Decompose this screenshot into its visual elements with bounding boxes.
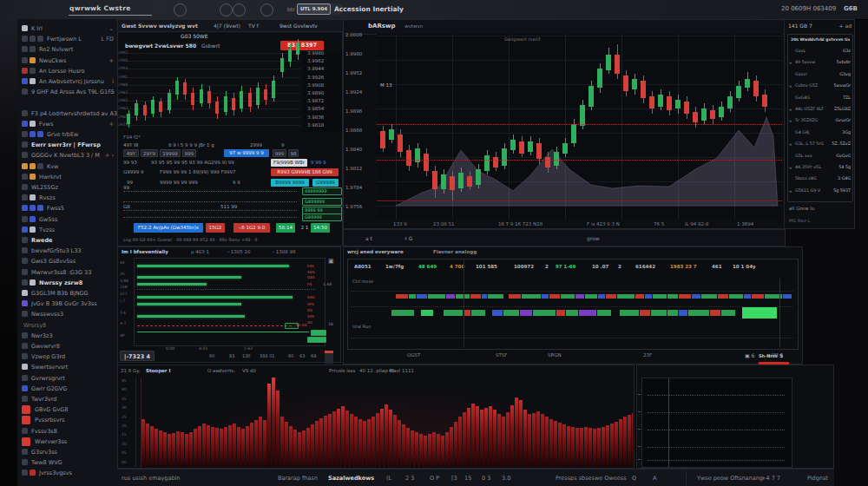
sidebar-item-extra[interactable]: + (109, 121, 114, 128)
sidebar-item[interactable]: Grve trbEw (17, 130, 117, 140)
order-button[interactable]: 19999 (160, 149, 181, 157)
chart-tool-center[interactable]: grow (587, 235, 600, 241)
sidebar-item[interactable]: Fvws+ (17, 120, 117, 129)
sidebar-item-extra[interactable]: + › (105, 152, 114, 159)
sidebar-item-extra[interactable]: L FD (102, 36, 114, 43)
order-button[interactable]: 999 (273, 149, 286, 157)
status-item[interactable]: O P (430, 475, 439, 482)
status-item[interactable]: Bararap fhasn (278, 475, 318, 482)
stats-row[interactable]: ◂G5811 G9 V5g 5937 (789, 187, 852, 198)
app-brand[interactable]: qwrwwk Cwstre (69, 4, 131, 12)
stats-row[interactable]: GvvLG3z (789, 48, 852, 58)
sidebar-item[interactable]: Vzwep G3rd (17, 352, 117, 362)
toolbar-item[interactable]: 4|7 (9vwt) (214, 23, 240, 29)
link-icon[interactable] (233, 3, 246, 16)
status-item[interactable]: Ywse peow Oftsnanang (697, 475, 763, 482)
status-item[interactable]: Q (632, 475, 636, 482)
sidebar-item[interactable]: Fwrtjwswn LL FD (17, 35, 117, 44)
sidebar-item[interactable] (17, 98, 117, 108)
status-item[interactable]: +4 7 7 (761, 475, 780, 482)
trade-action-button[interactable]: 58:14 (276, 223, 295, 233)
stats-row[interactable]: GvzvrG3vg (789, 71, 852, 82)
refresh-icon[interactable] (174, 3, 187, 16)
sidebar-item[interactable]: Mwrwvr3ss8 :G3G 33 (17, 268, 117, 278)
status-item[interactable]: A (653, 475, 656, 482)
sidebar-item[interactable]: F3 p4 Lodrtwrvshrdwtsd av A3rwrvw(3L3 (17, 109, 117, 119)
status-item[interactable]: Pidgnst (807, 475, 828, 482)
toolbar-item[interactable]: 9wst Gvvlwvtv (279, 23, 318, 29)
status-item[interactable]: 2 3 (405, 475, 414, 482)
sidebar-item-extra[interactable]: ⌄ (109, 89, 114, 95)
status-item[interactable]: [3 (451, 475, 457, 482)
sidebar-item[interactable]: K Irl⌄ (17, 24, 117, 34)
sidebar-item[interactable]: GGGGv K NvwtbL3 3 / M+ › (17, 151, 117, 161)
sidebar-item[interactable]: JvGv B 39B GvGr 3v3ss (17, 299, 117, 309)
order-button[interactable]: G99999 (312, 179, 339, 187)
sidebar-item[interactable]: Rvszs (17, 194, 117, 203)
sidebar-item[interactable]: GBvG GvG8 (17, 405, 117, 415)
sidebar-item[interactable]: Tww8 WVG (17, 458, 117, 468)
account-label[interactable]: G6B (844, 5, 858, 12)
sidebar-item[interactable]: Gws3 Gs8vv5ss (17, 257, 117, 266)
sidebar-item[interactable]: Nwsswvss3 (17, 310, 117, 319)
order-button[interactable]: 49Y (123, 149, 139, 157)
status-item[interactable]: 15 (464, 475, 471, 482)
sidebar-item[interactable]: Hwrkrvt (17, 173, 117, 182)
sidebar-item[interactable]: Gw5ss (17, 215, 117, 225)
trade-action-button[interactable]: -.6 1G2 9.0 (233, 223, 270, 233)
sidebar-item-extra[interactable]: i (112, 78, 114, 85)
sidebar-item[interactable]: An Lorsse Husro (17, 67, 117, 76)
trade-action-button[interactable]: 15G2 (206, 223, 225, 233)
status-item[interactable]: Pressps sbseswe Oweess (556, 475, 627, 482)
depth-size-chip[interactable]: G999899 (302, 198, 342, 206)
stats-header-action[interactable]: + ad (839, 23, 852, 29)
order-button[interactable]: 999 (182, 149, 196, 157)
sidebar-item[interactable]: Fwss5 (17, 204, 117, 213)
sidebar-item[interactable]: Nwr3z3 (17, 332, 117, 341)
sidebar-item[interactable]: Gwrr G2GVG (17, 384, 117, 394)
order-button[interactable]: F9/999B WBr (271, 159, 307, 167)
stats-row[interactable]: ◂5r 35Z8ZGGvvzGr (789, 117, 852, 128)
trade-action-button[interactable]: F52:2 Av/pAv (Gw345tn)x (134, 223, 203, 233)
stats-row[interactable]: ◂G3L..L 57 5rG5Z..5ZvZ (789, 141, 852, 151)
sidebar-item[interactable]: NwuCkws+ (17, 56, 117, 66)
link-icon[interactable] (220, 3, 233, 16)
trade-action-button[interactable]: 14:50 (311, 223, 330, 233)
stats-row[interactable]: G5L vvvGvGvG (789, 153, 852, 163)
order-button[interactable]: 29Y9 (141, 149, 158, 157)
sidebar-item[interactable]: Nwrssy zsrw8 (17, 279, 117, 288)
sidebar-item[interactable]: WL255Gz (17, 183, 117, 193)
sidebar-item[interactable]: 9 GHF Ad Arsss Avs T9L G1F5⌄ (17, 88, 117, 97)
sidebar-item[interactable]: Rwede (17, 236, 117, 246)
settings-icon[interactable]: S (779, 352, 783, 358)
symbol-badge[interactable]: UTL 9.904 (297, 3, 331, 15)
order-button[interactable]: 98 (288, 149, 299, 157)
sidebar-item[interactable]: G3GL3M B3b BjNGG (17, 289, 117, 299)
order-button[interactable]: B9999 9999 (271, 179, 309, 187)
order-button[interactable]: 97 w 9999 9 9 (224, 149, 269, 157)
status-item[interactable]: 0 3 (482, 475, 490, 482)
stats-row[interactable]: G4 G4j3Gg (789, 129, 852, 140)
status-item[interactable]: (L (386, 475, 391, 482)
stats-row[interactable]: ◂49 5vvvw5vbzbr (789, 59, 852, 69)
status-item[interactable]: Sazalwedkows (328, 475, 374, 482)
sidebar-item[interactable]: Twvr3vrd (17, 395, 117, 404)
sidebar-item[interactable]: Wrsrsy8 (17, 321, 117, 331)
alert-icon[interactable] (325, 351, 333, 364)
last-price-badge[interactable]: 833 8397 (280, 41, 324, 50)
snapshot-icon[interactable]: ▣ 6 (745, 352, 754, 358)
depth-size-chip[interactable]: G99999 (302, 213, 342, 221)
sidebar-item[interactable]: Gwvwrvr8 (17, 342, 117, 351)
stats-row[interactable]: 5bzzz z4G3 G4G (789, 175, 852, 186)
depth-size-chip[interactable]: 49999999 (302, 187, 342, 195)
sidebar-item[interactable]: Fvssv3s8 (17, 427, 117, 437)
chart-tool-icons[interactable]: ♯ G (404, 235, 412, 241)
order-button[interactable]: R993 G9999B 186 G99 (271, 168, 339, 176)
sidebar-item[interactable]: Swwrtsvrvsrt (17, 363, 117, 372)
panel-corner-icon[interactable]: ▣ (328, 258, 334, 265)
sidebar-item[interactable]: Kvw (17, 162, 117, 172)
sidebar-item[interactable]: Re2 Nvlvwrt (17, 45, 117, 55)
sidebar-item[interactable]: G3srv3ss (17, 448, 117, 457)
chart-tool-left[interactable]: a t (365, 235, 372, 241)
sidebar-item-extra[interactable]: + (109, 57, 114, 64)
